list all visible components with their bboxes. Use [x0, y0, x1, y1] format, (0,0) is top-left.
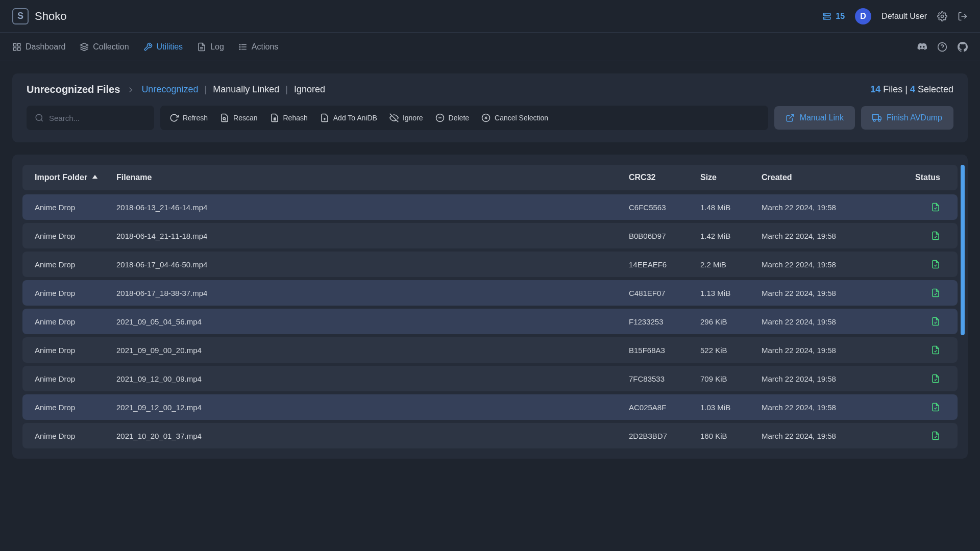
search-box[interactable]	[27, 106, 154, 130]
rehash-label: Rehash	[283, 114, 308, 122]
table-card: Import Folder Filename CRC32 Size Create…	[12, 155, 968, 459]
svg-rect-7	[18, 43, 20, 46]
cell-size: 709 KiB	[700, 374, 762, 383]
column-header-size[interactable]: Size	[700, 173, 762, 182]
cell-created: March 22 2024, 19:58	[762, 432, 894, 440]
column-header-filename[interactable]: Filename	[116, 173, 629, 182]
rehash-icon	[270, 113, 279, 122]
logout-icon[interactable]	[958, 11, 968, 21]
nav-actions[interactable]: Actions	[238, 40, 278, 54]
nav-collection-label: Collection	[93, 42, 129, 52]
delete-button[interactable]: Delete	[435, 113, 469, 122]
cancel-label: Cancel Selection	[495, 114, 548, 122]
table-row[interactable]: Anime Drop 2018-06-13_21-46-14.mp4 C6FC5…	[22, 194, 958, 220]
column-header-status[interactable]: Status	[894, 173, 945, 182]
cell-folder: Anime Drop	[35, 317, 116, 326]
file-check-icon	[931, 231, 940, 240]
server-icon	[822, 12, 831, 21]
svg-point-18	[239, 48, 240, 49]
column-folder-label: Import Folder	[35, 173, 87, 182]
cell-size: 1.03 MiB	[700, 403, 762, 412]
svg-line-33	[789, 114, 793, 118]
table-row[interactable]: Anime Drop 2018-06-14_21-11-18.mp4 B0B06…	[22, 223, 958, 248]
cell-filename: 2018-06-13_21-46-14.mp4	[116, 203, 629, 212]
nav-collection[interactable]: Collection	[80, 40, 129, 54]
refresh-button[interactable]: Refresh	[169, 113, 208, 122]
scrollbar-thumb[interactable]	[961, 165, 965, 335]
gear-icon[interactable]	[937, 11, 947, 21]
cell-status	[894, 431, 945, 440]
cell-status	[894, 203, 945, 212]
cell-folder: Anime Drop	[35, 260, 116, 269]
table-row[interactable]: Anime Drop 2018-06-17_18-38-37.mp4 C481E…	[22, 280, 958, 306]
scrollbar-track[interactable]	[961, 165, 965, 448]
ignore-button[interactable]: Ignore	[389, 113, 423, 122]
dashboard-icon	[12, 42, 21, 52]
cell-filename: 2021_09_05_04_56.mp4	[116, 317, 629, 326]
files-count: 14	[870, 84, 880, 94]
tab-ignored[interactable]: Ignored	[294, 84, 325, 95]
table-row[interactable]: Anime Drop 2021_09_05_04_56.mp4 F1233253…	[22, 309, 958, 334]
cell-folder: Anime Drop	[35, 432, 116, 440]
table-row[interactable]: Anime Drop 2021_09_09_00_20.mp4 B15F68A3…	[22, 337, 958, 363]
search-input[interactable]	[49, 114, 146, 122]
cell-created: March 22 2024, 19:58	[762, 403, 894, 412]
tab-manually-linked[interactable]: Manually Linked	[213, 84, 279, 95]
svg-rect-34	[873, 114, 878, 119]
cell-status	[894, 374, 945, 383]
rehash-button[interactable]: Rehash	[270, 113, 308, 122]
nav-bar: Dashboard Collection Utilities Log Actio…	[0, 33, 980, 61]
cell-status	[894, 260, 945, 269]
cancel-selection-button[interactable]: Cancel Selection	[481, 113, 548, 122]
manual-link-button[interactable]: Manual Link	[774, 106, 855, 130]
nav-dashboard[interactable]: Dashboard	[12, 40, 65, 54]
header-left: S Shoko	[12, 8, 66, 24]
svg-marker-35	[878, 116, 881, 119]
svg-point-3	[825, 18, 825, 18]
cell-crc: B0B06D97	[629, 232, 700, 240]
cell-crc: 7FC83533	[629, 374, 700, 383]
avatar[interactable]: D	[855, 8, 871, 24]
delete-label: Delete	[449, 114, 469, 122]
discord-icon[interactable]	[917, 42, 927, 52]
column-header-created[interactable]: Created	[762, 173, 894, 182]
cell-size: 296 KiB	[700, 317, 762, 326]
sort-asc-icon	[90, 173, 100, 182]
nav-log-label: Log	[210, 42, 224, 52]
app-header: S Shoko 15 D Default User	[0, 0, 980, 33]
cell-filename: 2018-06-17_18-38-37.mp4	[116, 289, 629, 297]
table-row[interactable]: Anime Drop 2021_09_12_00_09.mp4 7FC83533…	[22, 366, 958, 391]
table-row[interactable]: Anime Drop 2021_10_20_01_37.mp4 2D2B3BD7…	[22, 423, 958, 448]
finish-avdump-button[interactable]: Finish AVDump	[861, 106, 953, 130]
add-anidb-label: Add To AniDB	[333, 114, 377, 122]
add-anidb-button[interactable]: Add To AniDB	[320, 113, 377, 122]
queue-count-value: 15	[836, 12, 845, 21]
nav-right	[917, 42, 968, 52]
actions-icon	[238, 42, 248, 52]
github-icon[interactable]	[958, 42, 968, 52]
cell-size: 1.48 MiB	[700, 203, 762, 212]
cell-status	[894, 288, 945, 297]
nav-left: Dashboard Collection Utilities Log Actio…	[12, 40, 278, 54]
nav-utilities[interactable]: Utilities	[143, 40, 183, 54]
svg-rect-8	[13, 47, 16, 50]
cell-created: March 22 2024, 19:58	[762, 260, 894, 269]
table-row[interactable]: Anime Drop 2021_09_12_00_12.mp4 AC025A8F…	[22, 394, 958, 420]
tab-unrecognized[interactable]: Unrecognized	[141, 84, 198, 95]
queue-indicator[interactable]: 15	[822, 12, 845, 21]
table-row[interactable]: Anime Drop 2018-06-17_04-46-50.mp4 14EEA…	[22, 252, 958, 277]
column-header-crc[interactable]: CRC32	[629, 173, 700, 182]
cell-crc: 14EEAEF6	[629, 260, 700, 269]
app-logo[interactable]: S	[12, 8, 29, 24]
close-circle-icon	[481, 113, 491, 122]
search-icon	[35, 113, 44, 122]
svg-line-24	[226, 120, 227, 121]
rescan-button[interactable]: Rescan	[220, 113, 257, 122]
truck-icon	[872, 113, 881, 122]
nav-log[interactable]: Log	[197, 40, 224, 54]
collection-icon	[80, 42, 89, 52]
help-icon[interactable]	[937, 42, 947, 52]
cell-size: 2.2 MiB	[700, 260, 762, 269]
cell-crc: C481EF07	[629, 289, 700, 297]
column-header-folder[interactable]: Import Folder	[35, 173, 116, 182]
